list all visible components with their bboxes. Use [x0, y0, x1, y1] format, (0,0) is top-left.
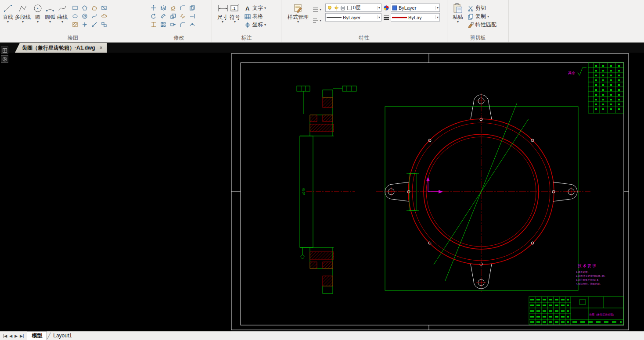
copy-button[interactable]: 复制▾ — [466, 12, 498, 21]
offset-icon[interactable] — [158, 12, 168, 20]
ribbon-group-properties: 样式管理 ▾ ▾ ▾ 0层 ▾ — [281, 0, 447, 42]
explode-icon[interactable] — [178, 12, 187, 20]
list-options-button[interactable]: ▾ — [311, 5, 323, 14]
polyline-dropdown-arrow[interactable]: ▾ — [22, 20, 24, 24]
ray-icon[interactable] — [90, 20, 99, 29]
color-combo-arrow[interactable]: ▾ — [435, 6, 439, 10]
color-combo[interactable]: ByLayer ▾ — [391, 4, 440, 12]
table-tool-label: 表格 — [252, 13, 263, 20]
block-icon[interactable] — [99, 20, 109, 29]
circle-dropdown-arrow[interactable]: ▾ — [37, 20, 39, 24]
point-icon[interactable] — [80, 20, 90, 29]
layer-color-swatch[interactable] — [346, 5, 352, 11]
chamfer-icon[interactable] — [178, 20, 187, 29]
stretch-icon[interactable] — [168, 20, 178, 29]
ribbon-group-clipboard: 粘贴 ▾ 剪切 复制▾ 特性匹配 剪切板 — [447, 0, 509, 42]
paste-dropdown-arrow[interactable]: ▾ — [457, 20, 459, 24]
erase-icon[interactable] — [168, 4, 178, 12]
scale-icon[interactable] — [168, 12, 178, 20]
navigation-wheel-icon[interactable] — [1, 55, 8, 63]
style-manager-dropdown-arrow[interactable]: ▾ — [297, 20, 299, 24]
cad-application-window: 直线 ▾ 多段线 ▾ 圆 ▾ 圆弧 ▾ 曲线 ▾ — [0, 0, 644, 340]
match-properties-button[interactable]: 特性匹配 — [466, 21, 498, 29]
polyline-tool-button[interactable]: 多段线 ▾ — [14, 2, 32, 25]
rectangle-icon[interactable] — [70, 4, 80, 12]
match-properties-icon — [467, 22, 474, 28]
hatch-icon[interactable] — [70, 20, 80, 29]
drawing-canvas[interactable]: ⌀540 — [0, 53, 644, 331]
cut-button[interactable]: 剪切 — [466, 4, 498, 12]
tech-req-line2: 2.齿面淬火硬度HRC45~55。 — [576, 275, 607, 278]
layer-combo-arrow[interactable]: ▾ — [377, 6, 380, 10]
revision-table — [588, 63, 623, 113]
linetype-combo-arrow[interactable]: ▾ — [377, 15, 380, 19]
layout1-tab[interactable]: Layout1 — [50, 332, 76, 340]
lineweight-list-icon[interactable] — [383, 14, 389, 20]
spline-icon[interactable] — [90, 12, 99, 20]
tech-req-line3: 3.未注圆角半径R3~5。 — [576, 279, 601, 282]
layer-on-bulb-icon[interactable] — [327, 5, 332, 11]
first-layout-button[interactable]: |◀ — [3, 334, 7, 338]
clipboard-group-label: 剪切板 — [447, 34, 508, 42]
document-tab-close-icon[interactable]: × — [100, 45, 103, 51]
region-icon[interactable] — [90, 4, 99, 12]
dimension-tool-button[interactable]: 尺寸 ▾ — [216, 2, 229, 25]
current-layer-value: 0层 — [353, 4, 376, 11]
symbol-tool-button[interactable]: .1 符号 ▾ — [229, 2, 241, 25]
next-layout-button[interactable]: ▶ — [14, 334, 18, 338]
viewport-control-icon[interactable] — [1, 47, 8, 54]
document-tab[interactable]: 齿圈（兼行星齿轮箱）-A1.dwg × — [15, 43, 107, 53]
diameter-dimension-text: ⌀540 — [302, 188, 305, 195]
wipeout-icon[interactable] — [99, 4, 109, 12]
copy-label: 复制 — [475, 13, 486, 20]
move-icon[interactable] — [149, 4, 158, 12]
arc-dropdown-arrow[interactable]: ▾ — [49, 20, 51, 24]
surface-finish-note: 其余 — [568, 68, 586, 75]
join-icon[interactable] — [187, 20, 197, 29]
line-dropdown-arrow[interactable]: ▾ — [7, 20, 9, 24]
color-wheel-icon[interactable] — [383, 5, 389, 11]
trim-icon[interactable] — [149, 20, 158, 29]
model-tab[interactable]: 模型 — [27, 331, 47, 340]
donut-icon[interactable] — [80, 12, 90, 20]
array-icon[interactable] — [158, 20, 168, 29]
curve-dropdown-arrow[interactable]: ▾ — [61, 20, 63, 24]
fillet-icon[interactable] — [178, 4, 187, 12]
style-manager-button[interactable]: 样式管理 ▾ — [287, 2, 309, 25]
revision-cloud-icon[interactable] — [99, 12, 109, 20]
polygon-icon[interactable] — [80, 4, 90, 12]
dimension-dropdown-arrow[interactable]: ▾ — [222, 20, 223, 24]
dimension-tool-label: 尺寸 — [217, 14, 228, 20]
lineweight-combo-arrow[interactable]: ▾ — [435, 15, 439, 19]
cad-drawing: ⌀540 — [0, 53, 644, 331]
table-tool-button[interactable]: 表格 — [243, 12, 267, 21]
layer-print-icon[interactable] — [340, 5, 345, 11]
paste-button[interactable]: 粘贴 ▾ — [452, 2, 464, 25]
symbol-icon: .1 — [230, 3, 240, 14]
title-block: 齿圈（兼行星齿轮箱） — [529, 297, 623, 325]
list-options2-button[interactable]: ▾ — [311, 16, 323, 25]
clipboard-small-buttons: 剪切 复制▾ 特性匹配 — [466, 4, 498, 29]
layer-freeze-sun-icon[interactable] — [333, 5, 339, 11]
text-tool-button[interactable]: A 文字▾ — [243, 4, 267, 12]
curve-tool-button[interactable]: 曲线 ▾ — [56, 2, 68, 25]
layer-combo[interactable]: 0层 ▾ — [325, 4, 381, 12]
arc-tool-button[interactable]: 圆弧 ▾ — [44, 2, 56, 25]
lineweight-combo[interactable]: ByLay ▾ — [391, 13, 440, 21]
prev-layout-button[interactable]: ◀ — [9, 334, 12, 338]
symbol-dropdown-arrow[interactable]: ▾ — [234, 20, 236, 24]
side-section-view: ⌀540 — [297, 86, 356, 293]
svg-text:.1: .1 — [232, 6, 236, 11]
copy-objects-icon[interactable] — [187, 4, 197, 12]
coordinate-tool-button[interactable]: 坐标▾ — [243, 21, 267, 29]
ellipse-icon[interactable] — [70, 12, 80, 20]
last-layout-button[interactable]: ▶| — [20, 334, 24, 338]
current-color-value: ByLayer — [399, 5, 435, 11]
rotate-icon[interactable] — [149, 12, 158, 20]
circle-tool-button[interactable]: 圆 ▾ — [32, 2, 44, 25]
mirror-icon[interactable] — [158, 4, 168, 12]
draw-group-label: 绘图 — [0, 34, 146, 42]
linetype-combo[interactable]: ByLayer ▾ — [325, 13, 381, 21]
extend-icon[interactable] — [187, 12, 197, 20]
line-tool-button[interactable]: 直线 ▾ — [2, 2, 14, 25]
